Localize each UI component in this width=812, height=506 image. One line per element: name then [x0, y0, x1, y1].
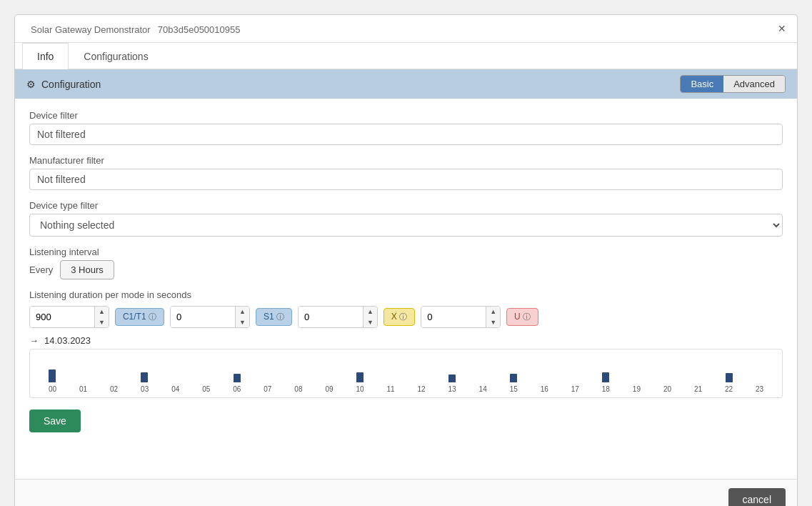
config-bar-label: Configuration	[41, 79, 101, 90]
view-toggle: Basic Advanced	[680, 75, 786, 93]
toggle-basic[interactable]: Basic	[681, 76, 723, 92]
chart-hour-label: 21	[683, 385, 713, 393]
chart-bar-col	[498, 374, 528, 382]
toggle-advanced[interactable]: Advanced	[723, 76, 785, 92]
chart-hour-label: 17	[560, 385, 591, 393]
chart-hour-label: 04	[160, 385, 191, 393]
device-filter-label: Device filter	[29, 110, 783, 121]
chart-bar-col	[221, 374, 251, 382]
chart-hour-label: 14	[468, 385, 498, 393]
chart-bar-col	[437, 374, 467, 382]
duration-s1-input[interactable]	[171, 307, 235, 327]
tab-configurations[interactable]: Configurations	[69, 43, 163, 69]
form-section: Device filter Manufacturer filter Device…	[15, 110, 797, 279]
tab-info[interactable]: Info	[22, 43, 69, 69]
c1t1-info-icon: ⓘ	[149, 312, 156, 321]
device-type-select[interactable]: Nothing selected	[29, 214, 783, 237]
manufacturer-filter-group: Manufacturer filter	[29, 155, 783, 190]
c1t1-up-arrow[interactable]: ▲	[95, 307, 109, 317]
interval-row: Every 3 Hours	[29, 260, 783, 279]
chart-hour-label: 18	[591, 385, 621, 393]
chart-hour-label: 23	[744, 385, 775, 393]
x-down-arrow[interactable]: ▼	[364, 317, 377, 328]
save-button[interactable]: Save	[29, 410, 81, 432]
interval-button[interactable]: 3 Hours	[60, 260, 114, 279]
chart-bar	[49, 369, 56, 382]
chart-hour-label: 07	[252, 385, 283, 393]
duration-x-input[interactable]	[299, 307, 363, 327]
c1t1-badge: C1/T1 ⓘ	[115, 308, 164, 326]
chart-hour-label: 12	[406, 385, 437, 393]
s1-up-arrow[interactable]: ▲	[236, 307, 249, 317]
chart-hour-label: 15	[498, 385, 529, 393]
chart-bars	[37, 354, 775, 382]
listening-interval-label: Listening interval	[29, 247, 783, 257]
modal-body: ⚙ Configuration Basic Advanced Device fi…	[15, 69, 797, 479]
modal-footer: cancel	[15, 479, 797, 506]
u-badge: U ⓘ	[506, 308, 538, 326]
duration-u-input-group: ▲ ▼	[421, 306, 501, 328]
chart-hour-label: 09	[314, 385, 344, 393]
modal-container: Solar Gateway Demonstrator 70b3d5e050010…	[14, 14, 798, 506]
duration-label: Listening duration per mode in seconds	[29, 289, 783, 300]
chart-bar	[602, 372, 609, 382]
chart-hour-label: 19	[621, 385, 652, 393]
x-info-icon: ⓘ	[399, 312, 407, 321]
device-id: 70b3d5e050010955	[158, 24, 241, 35]
s1-badge: S1 ⓘ	[256, 308, 292, 326]
chart-hour-label: 10	[344, 385, 375, 393]
chart-bar-col	[129, 372, 159, 382]
s1-down-arrow[interactable]: ▼	[236, 317, 249, 328]
chart-date: 14.03.2023	[44, 335, 91, 346]
chart-hour-label: 05	[191, 385, 221, 393]
modal-header: Solar Gateway Demonstrator 70b3d5e050010…	[15, 15, 797, 43]
c1t1-spinner: ▲ ▼	[94, 307, 109, 327]
listening-interval-group: Listening interval Every 3 Hours	[29, 247, 783, 279]
cancel-button[interactable]: cancel	[728, 488, 786, 506]
manufacturer-filter-input[interactable]	[29, 169, 783, 190]
chart-bar	[448, 374, 456, 382]
chart-hour-label: 06	[221, 385, 252, 393]
gear-icon: ⚙	[26, 79, 36, 90]
chart-bar-col	[345, 372, 375, 382]
chart-labels: 0001020304050607080910111213141516171819…	[37, 385, 775, 393]
chart-hour-label: 13	[437, 385, 468, 393]
chart-container: 0001020304050607080910111213141516171819…	[29, 349, 783, 398]
u-down-arrow[interactable]: ▼	[486, 317, 500, 328]
u-up-arrow[interactable]: ▲	[486, 307, 500, 317]
chart-arrow: →	[29, 335, 39, 346]
chart-bar-col	[591, 372, 621, 382]
tab-bar: Info Configurations	[15, 43, 797, 69]
chart-hour-label: 00	[37, 385, 68, 393]
chart-bar	[356, 372, 364, 382]
modal-title: Solar Gateway Demonstrator 70b3d5e050010…	[26, 23, 240, 35]
duration-c1t1-input-group: ▲ ▼	[29, 306, 109, 328]
duration-u-input[interactable]	[421, 307, 486, 327]
duration-c1t1-input[interactable]	[30, 307, 94, 327]
device-filter-input[interactable]	[29, 124, 783, 145]
duration-row: ▲ ▼ C1/T1 ⓘ ▲ ▼ S1	[29, 306, 783, 328]
chart-hour-label: 11	[376, 385, 406, 393]
chart-section: → 14.03.2023 000102030405060708091011121…	[15, 335, 797, 398]
title-text: Solar Gateway Demonstrator	[31, 24, 151, 35]
u-spinner: ▲ ▼	[486, 307, 500, 327]
duration-section: Listening duration per mode in seconds ▲…	[15, 289, 797, 328]
chart-hour-label: 02	[99, 385, 129, 393]
x-spinner: ▲ ▼	[363, 307, 377, 327]
device-type-group: Device type filter Nothing selected	[29, 200, 783, 237]
chart-hour-label: 03	[129, 385, 160, 393]
device-type-label: Device type filter	[29, 200, 783, 211]
chart-hour-label: 20	[652, 385, 683, 393]
device-filter-group: Device filter	[29, 110, 783, 145]
chart-bar	[234, 374, 241, 382]
x-up-arrow[interactable]: ▲	[364, 307, 377, 317]
manufacturer-filter-label: Manufacturer filter	[29, 155, 783, 166]
c1t1-down-arrow[interactable]: ▼	[95, 317, 109, 328]
chart-hour-label: 01	[68, 385, 99, 393]
config-bar: ⚙ Configuration Basic Advanced	[15, 69, 797, 99]
close-button[interactable]: ×	[778, 22, 786, 35]
x-badge: X ⓘ	[384, 308, 415, 326]
chart-date-row: → 14.03.2023	[29, 335, 783, 346]
s1-spinner: ▲ ▼	[235, 307, 249, 327]
chart-bar	[510, 374, 517, 382]
